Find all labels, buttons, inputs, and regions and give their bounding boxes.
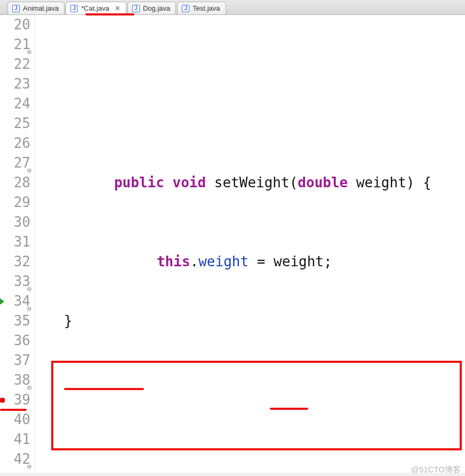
line-number: 29 — [0, 193, 30, 212]
line-number: 28 — [0, 173, 30, 193]
watermark-text: @51CTO博客 — [411, 465, 461, 475]
line-number: 37 — [0, 351, 30, 370]
fold-toggle-icon[interactable]: ⊖ — [26, 378, 31, 383]
java-file-icon: J — [182, 5, 189, 12]
line-number: 39 — [0, 390, 30, 410]
line-number: 26 — [0, 133, 30, 153]
fold-toggle-icon[interactable]: ⊖ — [26, 299, 31, 304]
override-marker-icon[interactable] — [0, 298, 4, 305]
editor-tabbar: J Animal.java J *Cat.java ✕ J Dog.java J… — [0, 0, 465, 15]
line-number: 30 — [0, 212, 30, 232]
line-number: 27⊖ — [0, 153, 30, 173]
tab-animal[interactable]: J Animal.java — [7, 2, 65, 14]
java-file-icon: J — [132, 5, 140, 12]
fold-toggle-icon[interactable]: ⊖ — [26, 457, 31, 462]
line-number: 38⊖ — [0, 370, 30, 390]
line-number: 22 — [0, 54, 30, 74]
code-editor[interactable]: 2021⊖222324252627⊖282930313233⊖34⊖353637… — [0, 15, 465, 473]
error-marker-icon[interactable] — [0, 398, 5, 402]
tab-label: Dog.java — [143, 4, 170, 12]
tab-label: Test.java — [193, 4, 220, 12]
line-number: 20 — [0, 15, 30, 35]
line-number: 40 — [0, 410, 30, 430]
line-number: 41 — [0, 430, 30, 449]
line-number: 34⊖ — [0, 291, 30, 311]
code-line[interactable] — [37, 430, 465, 449]
fold-toggle-icon[interactable]: ⊖ — [26, 279, 31, 284]
line-number: 25 — [0, 114, 30, 133]
line-number: 33⊖ — [0, 272, 30, 291]
tab-label: *Cat.java — [81, 4, 109, 12]
fold-toggle-icon[interactable]: ⊖ — [26, 42, 31, 47]
java-file-icon: J — [70, 5, 78, 12]
line-number: 36 — [0, 331, 30, 351]
line-number: 23 — [0, 74, 30, 94]
code-line[interactable]: public void setWeight(double weight) { — [37, 153, 465, 173]
line-number: 35 — [0, 311, 30, 331]
tab-cat[interactable]: J *Cat.java ✕ — [66, 2, 126, 14]
line-number: 24 — [0, 94, 30, 114]
code-line[interactable] — [37, 74, 465, 94]
line-number: 32 — [0, 252, 30, 272]
code-line[interactable] — [37, 370, 465, 390]
code-area[interactable]: public void setWeight(double weight) { t… — [35, 15, 465, 473]
annotation-underline-say — [270, 408, 308, 410]
line-number: 42⊖ — [0, 449, 30, 469]
line-number: 21⊖ — [0, 35, 30, 54]
line-number: 31 — [0, 232, 30, 252]
tab-dog[interactable]: J Dog.java — [127, 2, 176, 14]
tab-test[interactable]: J Test.java — [177, 2, 226, 14]
java-file-icon: J — [12, 5, 20, 12]
tab-label: Animal.java — [23, 4, 59, 12]
code-line[interactable]: } — [37, 311, 465, 331]
line-number-gutter: 2021⊖222324252627⊖282930313233⊖34⊖353637… — [0, 15, 35, 473]
code-line[interactable]: this.weight = weight; — [37, 232, 465, 252]
fold-toggle-icon[interactable]: ⊖ — [26, 161, 31, 166]
close-icon[interactable]: ✕ — [115, 4, 121, 12]
